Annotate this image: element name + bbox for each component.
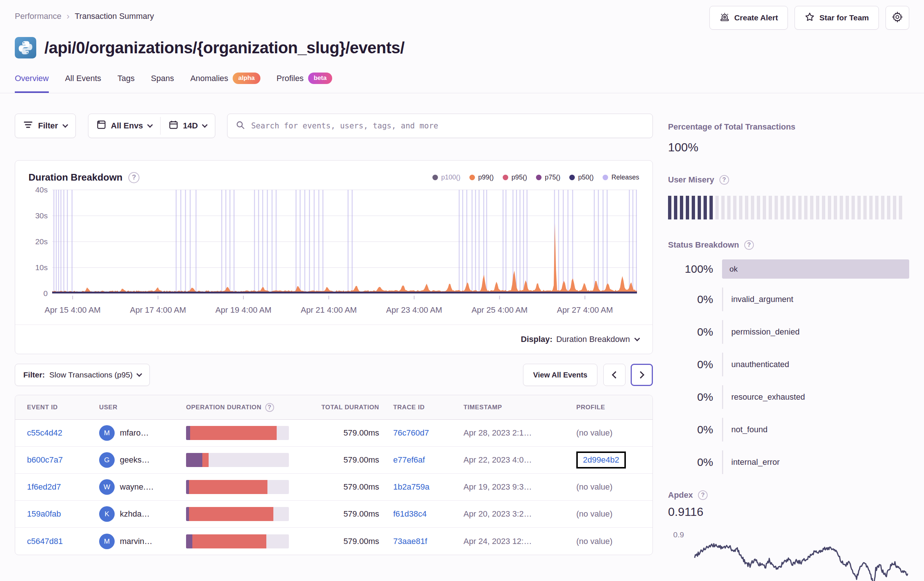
profile-id-link[interactable]: 2d99e4b2: [583, 455, 619, 464]
tab-bar: OverviewAll EventsTagsSpansAnomaliesalph…: [0, 58, 924, 93]
header-actions: Create Alert Star for Team: [710, 6, 909, 30]
legend-item-Releases[interactable]: Releases: [602, 174, 639, 181]
svg-text:Apr 23 4:00 AM: Apr 23 4:00 AM: [386, 305, 442, 315]
help-icon[interactable]: ?: [744, 240, 754, 250]
legend-dot-icon: [503, 175, 508, 180]
user-avatar: M: [99, 534, 115, 549]
chevron-right-icon: [637, 371, 644, 379]
total-duration: 579.00ms: [314, 482, 393, 492]
settings-button[interactable]: [886, 6, 909, 30]
status-percent: 0%: [668, 423, 713, 436]
breadcrumb: Performance › Transaction Summary: [15, 11, 154, 22]
top-bar: Performance › Transaction Summary Create…: [0, 0, 924, 30]
legend-dot-icon: [602, 175, 608, 180]
tab-overview[interactable]: Overview: [15, 73, 49, 93]
view-all-events-button[interactable]: View All Events: [523, 364, 597, 386]
misery-tick-empty: [851, 196, 855, 219]
total-duration: 579.00ms: [314, 509, 393, 519]
display-selector[interactable]: Duration Breakdown: [556, 334, 639, 344]
tab-profiles[interactable]: Profilesbeta: [277, 73, 332, 93]
main-column: Filter All Envs: [15, 93, 653, 581]
duration-breakdown-chart[interactable]: 010s20s30s40sApr 15 4:00 AMApr 17 4:00 A…: [28, 185, 640, 319]
help-icon[interactable]: ?: [698, 490, 708, 500]
event-id-link[interactable]: b600c7a7: [27, 455, 63, 464]
status-row-permission_denied: 0%permission_denied: [668, 320, 909, 344]
legend-item-p75[interactable]: p75(): [536, 174, 560, 181]
user-misery-bar: [668, 196, 909, 219]
misery-tick-empty: [822, 196, 825, 219]
legend-dot-icon: [469, 175, 475, 180]
breadcrumb-transaction-summary: Transaction Summary: [75, 12, 154, 21]
tab-tags[interactable]: Tags: [118, 73, 135, 93]
tab-spans[interactable]: Spans: [151, 73, 174, 93]
star-for-team-button[interactable]: Star for Team: [795, 6, 879, 30]
event-id-link[interactable]: c55c4d42: [27, 428, 62, 437]
user-avatar: K: [99, 506, 115, 522]
event-id-link[interactable]: 159a0fab: [27, 509, 61, 518]
create-alert-button[interactable]: Create Alert: [710, 6, 788, 30]
trace-id-link[interactable]: 73aae81f: [393, 536, 427, 546]
legend-dot-icon: [432, 175, 438, 180]
status-row-resource_exhausted: 0%resource_exhausted: [668, 385, 909, 409]
legend-item-p95[interactable]: p95(): [503, 174, 527, 181]
misery-tick-filled: [680, 196, 683, 219]
misery-tick-empty: [834, 196, 837, 219]
user-avatar: W: [99, 479, 115, 495]
status-bar-empty: [722, 385, 723, 409]
tab-all-events[interactable]: All Events: [65, 73, 101, 93]
chevron-down-icon: [634, 335, 640, 341]
misery-tick-filled: [692, 196, 695, 219]
status-bar-empty: [722, 418, 723, 442]
event-id-link[interactable]: 1f6ed2d7: [27, 482, 61, 492]
environment-selector[interactable]: All Envs: [88, 114, 160, 137]
tab-anomalies[interactable]: Anomaliesalpha: [190, 73, 260, 93]
search-icon: [236, 120, 245, 131]
misery-tick-empty: [875, 196, 878, 219]
user-misery-title: User Misery: [668, 175, 714, 185]
misery-tick-empty: [857, 196, 861, 219]
misery-tick-empty: [792, 196, 796, 219]
help-icon[interactable]: ?: [719, 175, 729, 185]
search-input[interactable]: [251, 121, 644, 130]
previous-page-button[interactable]: [603, 364, 625, 386]
transactions-filter-dropdown[interactable]: Filter: Slow Transactions (p95): [15, 364, 150, 386]
misery-tick-empty: [899, 196, 902, 219]
legend-item-p100[interactable]: p100(): [432, 174, 460, 181]
next-page-button[interactable]: [631, 364, 653, 386]
operation-duration-bar: [186, 480, 289, 494]
chevron-down-icon: [147, 122, 153, 127]
misery-tick-empty: [869, 196, 873, 219]
title-bar: /api/0/organizations/{organization_slug}…: [0, 30, 924, 58]
misery-tick-empty: [798, 196, 802, 219]
table-row: 1f6ed2d7Wwayne.…579.00ms1b2a759aApr 19, …: [15, 474, 652, 501]
status-row-ok: 100%ok: [668, 260, 909, 279]
trace-id-link[interactable]: 1b2a759a: [393, 482, 429, 492]
filter-dropdown[interactable]: Filter: [15, 114, 76, 138]
event-id-link[interactable]: c5647d81: [27, 536, 63, 546]
status-bar-ok: ok: [722, 260, 909, 279]
profile-no-value: (no value): [576, 428, 652, 438]
help-icon[interactable]: ?: [128, 172, 139, 183]
pagination: [603, 364, 653, 386]
help-icon[interactable]: ?: [265, 403, 274, 412]
trace-id-link[interactable]: f61d38c4: [393, 509, 427, 518]
misery-tick-empty: [715, 196, 719, 219]
breadcrumb-performance[interactable]: Performance: [15, 12, 61, 21]
misery-tick-empty: [775, 196, 778, 219]
profile-no-value: (no value): [576, 509, 652, 519]
chevron-down-icon: [63, 122, 68, 127]
filter-prefix: Filter:: [23, 371, 45, 379]
misery-tick-empty: [863, 196, 867, 219]
operation-duration-bar: [186, 535, 289, 548]
trace-id-link[interactable]: 76c760d7: [393, 428, 429, 437]
misery-tick-empty: [786, 196, 790, 219]
legend-item-p99[interactable]: p99(): [469, 174, 494, 181]
trace-id-link[interactable]: e77ef6af: [393, 455, 425, 464]
profile-no-value: (no value): [576, 536, 652, 546]
legend-dot-icon: [569, 175, 575, 180]
legend-label: p50(): [578, 174, 594, 181]
timestamp: Apr 28, 2023 2:1…: [464, 428, 576, 438]
date-range-selector[interactable]: 14D: [160, 114, 215, 137]
events-toolbar: Filter: Slow Transactions (p95) View All…: [15, 364, 653, 386]
legend-item-p50[interactable]: p50(): [569, 174, 594, 181]
